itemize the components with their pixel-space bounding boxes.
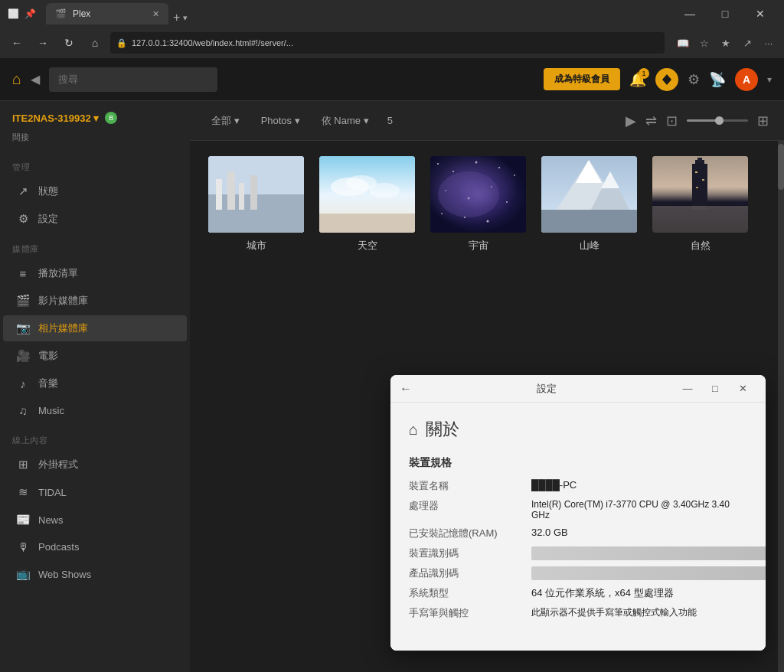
film-icon: 🎥 [15,349,31,363]
settings-heading: ⌂ 關於 [409,418,747,441]
spec-value-system-type: 64 位元作業系統，x64 型處理器 [531,586,747,600]
toolbar-right: ▶ ⇌ ⊡ ⊞ [626,113,769,129]
activity-icon: ↗ [15,184,31,198]
sidebar-label-plugins: 外掛程式 [38,458,78,471]
photo-thumbnail-sky [319,156,415,233]
avatar-dropdown-icon[interactable]: ▾ [767,74,772,85]
photo-label-universe: 宇宙 [469,239,488,253]
collections-icon[interactable]: ★ [717,34,735,52]
cast-icon[interactable]: 📡 [709,71,726,88]
settings-maximize-button[interactable]: □ [701,377,729,400]
sidebar-item-status[interactable]: ↗ 狀態 [3,178,187,204]
sidebar-item-settings[interactable]: ⚙ 設定 [3,206,187,232]
share-icon[interactable]: ↗ [738,34,756,52]
tab-area: 🎬 Plex ✕ + ▾ [46,3,669,24]
tv-icon: 📺 [15,567,31,581]
premium-button[interactable]: 成為特級會員 [544,68,620,90]
manage-section-label: 管理 [0,151,190,178]
sort-button[interactable]: 依 Name ▾ [315,111,375,131]
sidebar-label-movies-library: 影片媒體庫 [38,294,88,308]
notification-icon[interactable]: 🔔 1 [629,71,646,88]
address-input-container[interactable]: 🔒 127.0.0.1:32400/web/index.html#!/serve… [110,32,665,54]
music-icon: ♫ [15,404,31,417]
settings-back-button[interactable]: ← [400,382,412,396]
tab-pin-icon: 📌 [23,7,37,21]
plex-back-button[interactable]: ◀ [31,72,40,86]
play-all-button[interactable]: ▶ [626,113,636,129]
more-icon[interactable]: ··· [760,34,778,52]
sidebar-item-music2[interactable]: ♫ Music [3,398,187,423]
photo-item-city[interactable]: 城市 [208,156,304,657]
forward-button[interactable]: → [32,32,54,54]
zoom-slider[interactable] [687,119,748,122]
sidebar-label-movies: 電影 [38,349,58,363]
svg-point-16 [369,183,400,198]
scroll-thumb[interactable] [778,144,784,190]
new-tab-button[interactable]: + ▾ [168,11,192,24]
video-icon: 🎬 [15,294,31,308]
svg-rect-41 [697,158,702,162]
library-section-label: 媒體庫 [0,233,190,259]
sidebar-item-webshows[interactable]: 📺 Web Shows [3,561,187,587]
home-button[interactable]: ⌂ [84,32,106,54]
settings-heading-title: 關於 [426,418,459,441]
photo-thumbnail-nature [652,156,748,233]
sidebar-item-plugins[interactable]: ⊞ 外掛程式 [3,452,187,478]
sidebar-item-photos-library[interactable]: 📷 相片媒體庫 [3,315,187,341]
spec-key-device-name: 裝置名稱 [409,479,531,493]
settings-body: ⌂ 關於 裝置規格 裝置名稱 ████-PC 處理器 Intel(R) Core… [390,403,766,651]
sidebar-item-news[interactable]: 📰 News [3,507,187,533]
plex-home-button[interactable]: ⌂ [12,70,21,88]
photo-label-mountain: 山峰 [580,239,599,253]
main-scrollbar[interactable] [778,141,784,672]
back-button[interactable]: ← [6,32,28,54]
photo-thumbnail-city [208,156,304,233]
spec-key-stylus: 手寫筆與觸控 [409,606,531,620]
sidebar-item-music[interactable]: ♪ 音樂 [3,370,187,396]
spec-row-device-name: 裝置名稱 ████-PC [409,479,747,493]
reader-view-icon[interactable]: 📖 [674,34,692,52]
sidebar-item-movies-library[interactable]: 🎬 影片媒體庫 [3,288,187,314]
playlist-icon: ≡ [15,267,31,280]
spec-row-system-type: 系統類型 64 位元作業系統，x64 型處理器 [409,586,747,600]
user-avatar[interactable]: A [735,68,758,91]
sidebar-label-status: 狀態 [38,184,58,198]
photos-filter-button[interactable]: Photos ▾ [255,112,306,129]
server-subtitle: 間接 [0,132,190,151]
settings-minimize-button[interactable]: — [674,377,701,400]
favorites-icon[interactable]: ☆ [695,34,714,52]
sidebar-item-podcasts[interactable]: 🎙 Podcasts [3,534,187,559]
settings-close-button[interactable]: ✕ [729,377,756,400]
all-filter-button[interactable]: 全部 ▾ [205,111,246,131]
spec-key-system-type: 系統類型 [409,586,531,600]
sidebar-label-playlist: 播放清單 [38,266,78,280]
server-name[interactable]: ITE2NAS-319932 ▾ [12,113,99,124]
svg-point-30 [487,220,489,223]
sidebar-item-movies[interactable]: 🎥 電影 [3,343,187,369]
svg-rect-42 [695,171,697,173]
window-controls: — □ ✕ [672,0,778,28]
close-button[interactable]: ✕ [743,0,778,28]
spec-value-ram: 32.0 GB [531,527,747,540]
spec-key-cpu: 處理器 [409,499,531,520]
maximize-button[interactable]: □ [707,0,743,28]
settings-icon[interactable]: ⚙ [688,71,700,88]
svg-rect-0 [208,156,304,233]
plex-search-input[interactable] [49,67,217,92]
sidebar-label-photos-library: 相片媒體庫 [38,321,88,335]
svg-rect-43 [702,179,704,181]
sidebar-item-playlist[interactable]: ≡ 播放清單 [3,260,187,286]
server-header: ITE2NAS-319932 ▾ B [0,101,190,132]
svg-rect-17 [319,214,415,233]
sidebar-item-tidal[interactable]: ≋ TIDAL [3,479,187,505]
svg-rect-44 [696,187,698,188]
svg-rect-39 [692,164,707,210]
browser-tab[interactable]: 🎬 Plex ✕ [46,3,168,24]
minimize-button[interactable]: — [672,0,707,28]
svg-point-24 [445,190,446,191]
tab-close-button[interactable]: ✕ [152,9,159,19]
grid-view-button[interactable]: ⊞ [757,113,769,129]
view-toggle-button[interactable]: ⊡ [666,113,678,129]
shuffle-button[interactable]: ⇌ [645,113,657,129]
refresh-button[interactable]: ↻ [58,32,80,54]
